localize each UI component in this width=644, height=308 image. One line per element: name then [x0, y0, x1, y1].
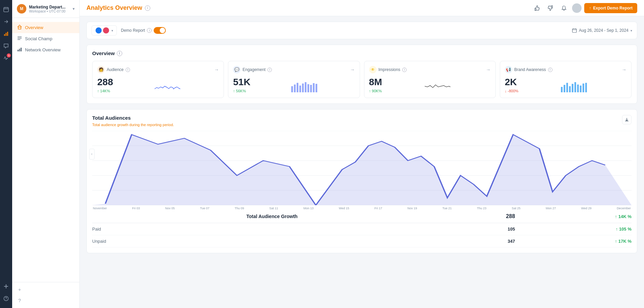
page-title: Analytics Overview: [86, 4, 142, 11]
engagement-change: ↑ 56K%: [233, 89, 250, 93]
nav-icon-chat[interactable]: [1, 41, 11, 51]
svg-rect-23: [569, 86, 571, 92]
export-icon: ↑: [589, 6, 591, 10]
paid-label: Paid: [92, 223, 452, 235]
sidebar-item-social-champ[interactable]: Social Champ: [12, 33, 79, 44]
brand-chart-svg: [521, 79, 626, 93]
sidebar-plus-icon[interactable]: ＋: [15, 285, 24, 294]
workspace-selector[interactable]: M Marketing Depart... Workspace • UTC-07…: [12, 0, 79, 18]
audience-value: 288: [97, 77, 113, 88]
nav-icon-chart-bar[interactable]: [1, 28, 11, 39]
engagement-value-area: 51K ↑ 56K%: [233, 77, 250, 93]
audience-arrow-icon[interactable]: →: [214, 67, 219, 72]
user-avatar[interactable]: [572, 3, 582, 13]
svg-rect-13: [299, 86, 301, 92]
main-content: ▾ Demo Report i Aug 26, 2024 - Sep 1, 20…: [80, 16, 644, 308]
metric-card-impressions: 👁 Impressions i → 8M ↑ 90K%: [364, 61, 496, 98]
metric-card-brand-awareness: 📢 Brand Awareness i → 2K ↓ -800%: [500, 61, 632, 98]
nav-icon-question[interactable]: [1, 293, 11, 304]
thumbs-up-icon[interactable]: [532, 3, 542, 14]
overview-section: Overview i 🧑 Audience i →: [86, 45, 637, 104]
x-label-nov19: Nov 19: [408, 207, 417, 210]
svg-rect-16: [307, 84, 309, 92]
calendar-icon: [572, 28, 577, 33]
growth-header-value: 288: [452, 210, 515, 223]
metric-header-impressions: 👁 Impressions i →: [369, 66, 491, 73]
engagement-info-icon[interactable]: i: [267, 68, 272, 72]
nav-badge: 5: [7, 53, 11, 57]
impressions-change: ↑ 90K%: [369, 89, 382, 93]
brand-arrow-icon[interactable]: →: [622, 67, 626, 72]
x-label-mon13: Mon 13: [303, 207, 313, 210]
metric-header-engagement: 💬 Engagement i →: [233, 66, 355, 73]
total-audiences-section: Total Audiences Total audience growth du…: [86, 109, 637, 253]
svg-rect-20: [561, 87, 563, 92]
nav-icon-activity[interactable]: 5: [1, 53, 11, 64]
impressions-info-icon[interactable]: i: [402, 68, 407, 72]
export-button-label: Export Demo Report: [593, 6, 633, 10]
audience-value-area: 288 ↑ 14K%: [97, 77, 113, 93]
demo-report-toggle[interactable]: [154, 27, 166, 34]
sidebar-nav: Overview Social Champ Network Overview: [12, 18, 79, 60]
demo-report-label: Demo Report: [121, 28, 145, 33]
notification-bell-icon[interactable]: [559, 3, 569, 14]
metric-title-area-audience: 🧑 Audience i: [97, 66, 130, 73]
accounts-filter-dropdown[interactable]: ▾: [92, 25, 117, 35]
growth-header-label: Total Audience Growth: [92, 210, 452, 223]
brand-value: 2K: [505, 77, 518, 88]
svg-rect-29: [585, 83, 587, 92]
brand-sparkline: [521, 79, 626, 93]
audience-info-icon[interactable]: i: [126, 68, 130, 72]
svg-rect-26: [577, 85, 579, 92]
page-title-info-icon[interactable]: i: [145, 5, 150, 11]
collapse-sidebar-button[interactable]: ‹: [89, 149, 95, 160]
audience-metric-label: Audience: [107, 67, 124, 72]
demo-report-info-icon[interactable]: i: [147, 28, 152, 33]
nav-icon-arrow[interactable]: [1, 16, 11, 27]
thumbs-down-icon[interactable]: [545, 3, 556, 14]
sidebar-question-icon[interactable]: ?: [15, 296, 24, 305]
sidebar-item-network-overview[interactable]: Network Overview: [12, 44, 79, 55]
impressions-arrow-icon[interactable]: →: [486, 67, 491, 72]
demo-report-area: Demo Report i: [121, 27, 166, 34]
filter-bar: ▾ Demo Report i Aug 26, 2024 - Sep 1, 20…: [86, 22, 637, 39]
x-label-sat25: Sat 25: [512, 207, 520, 210]
chart-download-button[interactable]: [622, 115, 632, 124]
audience-change: ↑ 14K%: [97, 89, 113, 93]
date-range-chevron-icon: ▾: [630, 29, 632, 32]
unpaid-value: 347: [452, 235, 515, 247]
header-right-actions: ↑ Export Demo Report: [532, 3, 637, 14]
nav-icon-calendar[interactable]: [1, 4, 11, 15]
overview-info-icon[interactable]: i: [117, 51, 122, 56]
brand-change: ↓ -800%: [505, 89, 518, 93]
area-chart-svg: 50 40 30 20 10 0: [92, 131, 632, 205]
engagement-arrow-icon[interactable]: →: [350, 67, 355, 72]
svg-rect-6: [18, 50, 19, 51]
svg-rect-28: [583, 84, 584, 92]
overview-section-title: Overview i: [92, 50, 632, 56]
brand-info-icon[interactable]: i: [548, 68, 552, 72]
main-content-wrapper: Analytics Overview i ↑ Export Demo Repor…: [80, 0, 644, 308]
svg-rect-25: [574, 82, 576, 92]
x-label-tue21: Tue 21: [442, 207, 452, 210]
impressions-icon: 👁: [369, 66, 377, 73]
export-demo-report-button[interactable]: ↑ Export Demo Report: [584, 3, 637, 13]
impressions-chart-svg: [385, 79, 490, 93]
brand-awareness-icon: 📢: [505, 66, 512, 73]
x-axis-labels: November Fri 03 Nov 05 Tue 07 Thu 09 Sat…: [92, 207, 632, 210]
metric-title-area-brand: 📢 Brand Awareness i: [505, 66, 552, 73]
sidebar-item-overview[interactable]: Overview: [12, 22, 79, 33]
sidebar-footer: ＋ ?: [12, 282, 79, 308]
nav-icon-plus[interactable]: [1, 281, 11, 292]
impressions-metric-label: Impressions: [379, 67, 401, 72]
svg-rect-8: [21, 48, 22, 51]
table-row-paid: Paid 105 ↑ 105 %: [92, 223, 632, 235]
chart-container: Total Audiences Total audience growth du…: [92, 115, 632, 210]
metric-body-impressions: 8M ↑ 90K%: [369, 77, 491, 93]
svg-rect-14: [302, 84, 304, 92]
date-range-selector[interactable]: Aug 26, 2024 - Sep 1, 2024 ▾: [572, 28, 632, 33]
workspace-chevron-icon: ▾: [73, 6, 75, 11]
social-champ-icon: [17, 36, 22, 42]
paid-change-text: ↑ 105 %: [616, 227, 632, 232]
x-label-november: November: [93, 207, 107, 210]
